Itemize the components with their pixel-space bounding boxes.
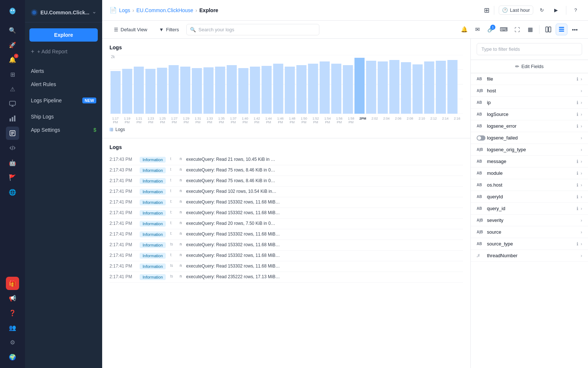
sidebar-icon-robot[interactable]: 🤖 bbox=[6, 156, 19, 169]
nav-logs-pipeline[interactable]: Logs Pipeline NEW bbox=[25, 94, 102, 107]
breadcrumb-app[interactable]: EU.Common.ClickHouse bbox=[136, 7, 193, 13]
field-info-icon[interactable]: ℹ bbox=[577, 159, 578, 164]
log-row[interactable]: 2:17:41 PM Information t: n executeQuery… bbox=[110, 208, 463, 219]
log-row[interactable]: 2:17:41 PM Information t: n executeQuery… bbox=[110, 197, 463, 208]
svg-rect-39 bbox=[285, 67, 295, 114]
field-info-icon[interactable]: ℹ bbox=[577, 194, 578, 199]
apps-grid-icon[interactable]: ⊞ bbox=[484, 6, 490, 14]
svg-rect-44 bbox=[343, 65, 353, 114]
field-item[interactable]: AB message ℹ › bbox=[471, 156, 588, 167]
log-icon: n bbox=[180, 242, 182, 246]
log-row[interactable]: 2:17:41 PM Information t: n executeQuery… bbox=[110, 229, 463, 240]
field-chevron-icon: › bbox=[581, 194, 582, 199]
log-row[interactable]: 2:17:41 PM Information t n executeQuery:… bbox=[110, 176, 463, 187]
svg-rect-32 bbox=[204, 67, 214, 114]
sidebar-icon-globe[interactable]: 🌐 bbox=[6, 185, 19, 199]
sidebar-icon-help[interactable]: ❓ bbox=[6, 306, 19, 319]
edit-fields-button[interactable]: ✏ Edit Fields bbox=[471, 60, 588, 73]
nav-app-settings[interactable]: App Settings $ bbox=[25, 123, 102, 137]
sidebar-icon-settings[interactable]: ⚙ bbox=[6, 336, 19, 349]
breadcrumb-logs[interactable]: Logs bbox=[119, 7, 130, 13]
log-row[interactable]: 2:17:43 PM Information t n executeQuery:… bbox=[110, 165, 463, 176]
refresh-button[interactable]: ↻ bbox=[536, 5, 548, 15]
notifications-button[interactable]: 🔔 bbox=[458, 24, 470, 35]
log-row[interactable]: 2:17:41 PM Information ts n executeQuery… bbox=[110, 240, 463, 251]
field-info-icon[interactable]: ℹ bbox=[577, 241, 578, 247]
split-view-button[interactable] bbox=[542, 24, 554, 35]
app-title-nav[interactable]: EU.Common.Click... bbox=[25, 6, 102, 22]
bars-button[interactable]: ▦ bbox=[524, 24, 536, 35]
fullscreen-button[interactable]: ⛶ bbox=[511, 24, 523, 35]
explore-button[interactable]: Explore bbox=[29, 28, 98, 42]
sidebar-icon-warning[interactable]: ⚠ bbox=[6, 82, 19, 96]
sidebar-icon-chart[interactable] bbox=[6, 112, 19, 125]
field-info-icon[interactable]: ℹ bbox=[577, 112, 578, 117]
log-row[interactable]: 2:17:43 PM Information t n executeQuery:… bbox=[110, 155, 463, 165]
log-icon: n bbox=[180, 253, 182, 257]
log-row[interactable]: 2:17:41 PM Information t: n executeQuery… bbox=[110, 219, 463, 229]
sidebar-icon-gift[interactable]: 🎁 bbox=[6, 277, 19, 290]
field-item[interactable]: AB file ℹ › bbox=[471, 73, 588, 85]
log-message: executeQuery: Read 21 rows, 10.45 KiB in… bbox=[186, 157, 463, 162]
default-view-button[interactable]: ☰ Default View bbox=[110, 25, 152, 35]
nav-alerts[interactable]: Alerts bbox=[25, 64, 102, 78]
email-button[interactable]: ✉ bbox=[472, 24, 483, 35]
sidebar-icon-code[interactable] bbox=[6, 141, 19, 155]
app-logo[interactable] bbox=[5, 4, 20, 19]
keyboard-button[interactable]: ⌨ bbox=[498, 24, 510, 35]
sidebar-icon-monitor[interactable] bbox=[6, 97, 19, 110]
sidebar-icon-world[interactable]: 🌍 bbox=[6, 350, 19, 364]
filters-button[interactable]: ▼ Filters bbox=[155, 25, 183, 35]
field-item[interactable]: AB queryId ℹ › bbox=[471, 191, 588, 203]
field-item[interactable]: AB module ℹ › bbox=[471, 167, 588, 179]
field-item[interactable]: AB logsene_error ℹ › bbox=[471, 120, 588, 132]
field-item[interactable]: AB source_type ℹ › bbox=[471, 238, 588, 250]
search-input[interactable] bbox=[186, 24, 319, 35]
add-report-button[interactable]: + + Add Report bbox=[25, 45, 102, 59]
field-item[interactable]: A|B host › bbox=[471, 85, 588, 97]
field-item[interactable]: AB logSource ℹ › bbox=[471, 109, 588, 120]
sidebar-icon-rocket[interactable]: 🚀 bbox=[6, 38, 19, 52]
table-view-button[interactable] bbox=[556, 24, 567, 35]
field-type-label: AB bbox=[477, 195, 485, 199]
nav-alert-rules[interactable]: Alert Rules bbox=[25, 78, 102, 91]
logs-main: Logs 2k 1.50k 1k 500 0 bbox=[102, 39, 470, 368]
field-item[interactable]: AB query_id ℹ › bbox=[471, 203, 588, 215]
sidebar-icon-search[interactable]: 🔍 bbox=[6, 24, 19, 37]
field-info-icon[interactable]: ℹ bbox=[577, 206, 578, 211]
sidebar-icon-logs[interactable] bbox=[6, 127, 19, 140]
log-row[interactable]: 2:17:41 PM Information ts n executeQuery… bbox=[110, 272, 463, 283]
field-type-label: A|B bbox=[477, 148, 485, 152]
field-item[interactable]: A|B source › bbox=[471, 226, 588, 238]
field-info-icon[interactable]: ℹ bbox=[577, 124, 578, 129]
svg-point-1 bbox=[10, 8, 15, 14]
field-item[interactable]: A|B logsene_orig_type › bbox=[471, 144, 588, 156]
field-info-icon[interactable]: ℹ bbox=[577, 171, 578, 176]
log-row[interactable]: 2:17:41 PM Information t n executeQuery:… bbox=[110, 187, 463, 197]
sidebar-icon-speaker[interactable]: 📢 bbox=[6, 291, 19, 305]
log-row[interactable]: 2:17:41 PM Information t: n executeQuery… bbox=[110, 251, 463, 261]
field-item[interactable]: logsene_failed › bbox=[471, 132, 588, 144]
field-info-icon[interactable]: ℹ bbox=[577, 183, 578, 188]
help-button[interactable]: ? bbox=[571, 5, 581, 15]
play-button[interactable]: ▶ bbox=[551, 5, 562, 15]
sidebar-icon-grid[interactable]: ⊞ bbox=[6, 68, 19, 81]
field-chevron-icon: › bbox=[581, 77, 582, 82]
time-range-selector[interactable]: 🕐 Last hour bbox=[499, 6, 533, 15]
field-info-icon[interactable]: ℹ bbox=[577, 100, 578, 105]
field-item[interactable]: A|B severity › bbox=[471, 215, 588, 226]
field-info-icon[interactable]: ℹ bbox=[577, 77, 578, 82]
link-button[interactable]: 🔗 1 bbox=[485, 24, 496, 35]
sidebar-icon-users[interactable]: 👥 bbox=[6, 321, 19, 334]
log-row[interactable]: 2:17:41 PM Information ts n executeQuery… bbox=[110, 261, 463, 272]
more-options-button[interactable]: ••• bbox=[569, 24, 581, 35]
sidebar-icon-flag[interactable]: 🚩 bbox=[6, 171, 19, 184]
field-item[interactable]: ,# threadNumber › bbox=[471, 250, 588, 262]
sidebar-icon-alerts[interactable]: 🔔 ! bbox=[6, 53, 19, 66]
nav-ship-logs[interactable]: Ship Logs bbox=[25, 110, 102, 123]
topbar: 📄 Logs › EU.Common.ClickHouse › Explore … bbox=[102, 0, 588, 21]
filter-fields-input[interactable] bbox=[477, 43, 582, 55]
field-item[interactable]: AB ip ℹ › bbox=[471, 97, 588, 109]
field-item[interactable]: AB os.host ℹ › bbox=[471, 179, 588, 191]
log-level-badge: Information bbox=[140, 221, 166, 227]
